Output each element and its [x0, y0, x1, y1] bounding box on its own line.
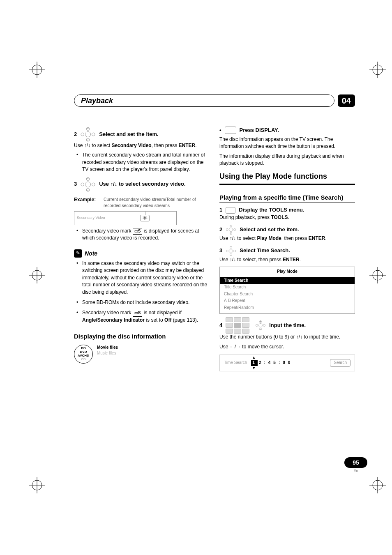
time-digit: 4 — [268, 360, 272, 366]
page-number: 95 — [344, 457, 367, 468]
svg-point-42 — [263, 325, 265, 327]
time-digit: 1 — [251, 360, 258, 366]
step-body: Use the number buttons (0 to 9) or ↑/↓ t… — [219, 334, 355, 341]
svg-point-28 — [229, 228, 233, 232]
step-number: 1 — [219, 206, 222, 214]
time-search-label: Time Search — [224, 360, 247, 366]
search-button[interactable]: Search — [330, 359, 350, 367]
step-number: 3 — [219, 247, 222, 255]
step-label: Select and set the item. — [240, 226, 299, 234]
svg-point-26 — [81, 183, 84, 186]
play-mode-title: Play Mode — [220, 267, 355, 277]
time-separator: : — [279, 360, 281, 366]
bullet-item: The current secondary video stream and t… — [82, 152, 210, 173]
svg-point-33 — [229, 249, 233, 253]
enter-dpad-icon — [226, 224, 236, 235]
svg-point-22 — [92, 133, 95, 136]
right-column: • Press DISPLAY. The disc information ap… — [219, 123, 355, 371]
example-description: Current secondary video stream/Total num… — [104, 196, 210, 209]
section-heading: Using the Play Mode functions — [219, 171, 355, 184]
secondary-video-label: Secondary Video — [74, 215, 113, 221]
bullet-item: Secondary video mark ▭S is displayed for… — [82, 228, 210, 242]
step-3: 3 Select Time Search. — [219, 246, 355, 256]
play-mode-item[interactable]: Repeat/Random — [220, 304, 355, 311]
crop-mark-icon — [29, 267, 45, 283]
step-body: During playback, press TOOLS. — [219, 214, 355, 221]
step-body: Use ↑/↓ to select, then press ENTER. — [219, 256, 355, 263]
step-3: 3 Use ↑/↓ to select secondary video. — [74, 177, 210, 192]
step-1: 1 Display the TOOLS menu. — [219, 206, 355, 214]
secondary-video-mark-icon: ▭S — [133, 310, 143, 317]
crop-mark-icon — [29, 477, 45, 493]
step-label: Display the TOOLS menu. — [239, 206, 304, 214]
step-body: Use ←/→ to move the cursor. — [219, 343, 355, 350]
arrow-leftright-icon: ←/→ — [230, 344, 241, 350]
step-label: Use ↑/↓ to select secondary video. — [99, 180, 185, 188]
play-mode-item[interactable]: Time Search — [220, 277, 355, 284]
tools-button-icon — [226, 207, 235, 214]
arrow-updown-icon: ↑/↓ — [230, 257, 236, 263]
enter-dpad-icon — [80, 127, 96, 142]
time-search-digits: ▲ ▼ 12:45:00 — [251, 360, 292, 366]
page-footer: 95 En — [344, 457, 367, 473]
chapter-badge: 04 — [338, 94, 355, 107]
step-2: 2 Select and set the item. — [219, 224, 355, 235]
subsection-heading: Displaying the disc information — [74, 332, 210, 342]
crop-mark-icon — [29, 62, 45, 78]
svg-point-27 — [92, 183, 95, 186]
svg-point-31 — [226, 229, 228, 231]
step-label: Input the time. — [269, 322, 306, 329]
play-mode-item[interactable]: Title Search — [220, 284, 355, 291]
dpad-icon — [255, 320, 266, 331]
arrow-down-icon: ▼ — [252, 366, 256, 371]
crop-mark-icon — [369, 62, 386, 78]
crop-mark-icon — [369, 477, 386, 493]
display-button-icon — [225, 127, 236, 134]
press-display-label: Press DISPLAY. — [240, 127, 279, 134]
svg-point-41 — [256, 325, 258, 327]
svg-point-23 — [85, 182, 91, 187]
format-badges: BD DVD AVCHD CD Movie files Music files — [74, 345, 210, 364]
step-body: Use ↑/↓ to select Play Mode, then press … — [219, 235, 355, 242]
step-4: 4 Input the time. — [219, 317, 355, 334]
secondary-video-mark-icon: ▭S — [133, 228, 143, 235]
step-body: Use ↑/↓ to select Secondary Video, then … — [74, 142, 210, 149]
note-label: Note — [85, 249, 97, 258]
note-item: Secondary video mark ▭S is not displayed… — [82, 309, 210, 324]
step-label: Select and set the item. — [99, 131, 159, 138]
note-item: Some BD-ROMs do not include secondary vi… — [82, 299, 210, 306]
play-mode-item[interactable]: A-B Repeat — [220, 297, 355, 304]
note-item: In some cases the secondary video may sw… — [82, 260, 210, 296]
body-text: The information display differs during p… — [219, 153, 355, 167]
time-search-display: Time Search ▲ ▼ 12:45:00 Search — [219, 355, 355, 371]
step-number: 2 — [219, 226, 222, 234]
svg-point-37 — [234, 250, 236, 252]
svg-point-38 — [259, 324, 263, 327]
play-mode-menu: Play Mode Time SearchTitle SearchChapter… — [219, 267, 355, 314]
time-digit: 0 — [283, 360, 287, 366]
svg-point-21 — [81, 133, 84, 136]
left-column: 2 Select and set the item. Use ↑/↓ to se… — [74, 123, 210, 371]
note-heading: ✎ Note — [74, 249, 210, 258]
press-display-row: • Press DISPLAY. — [219, 127, 355, 134]
page-language: En — [344, 469, 367, 473]
number-pad-icon — [226, 317, 249, 334]
arrow-updown-icon: ↑/↓ — [84, 143, 90, 148]
svg-point-32 — [234, 229, 236, 231]
example-row: Example: Current secondary video stream/… — [74, 196, 210, 209]
crop-mark-icon — [369, 267, 386, 283]
arrow-updown-icon: ↑/↓ — [296, 334, 302, 340]
dpad-icon — [80, 177, 96, 192]
file-format-list: Movie files Music files — [97, 345, 118, 357]
section-title-text: Playback — [81, 97, 113, 105]
secondary-video-display: Secondary Video ▲ 1/4 ▼ — [74, 211, 177, 225]
step-number: 2 — [74, 131, 77, 138]
body-text: The disc information appears on the TV s… — [219, 136, 355, 150]
svg-point-18 — [85, 131, 91, 137]
play-mode-item[interactable]: Chapter Search — [220, 291, 355, 298]
time-digit: 0 — [288, 360, 292, 366]
arrow-down-icon: ▼ — [113, 217, 176, 222]
enter-dpad-icon — [226, 246, 236, 256]
chapter-number: 04 — [342, 96, 351, 106]
time-digit: 5 — [273, 360, 277, 366]
